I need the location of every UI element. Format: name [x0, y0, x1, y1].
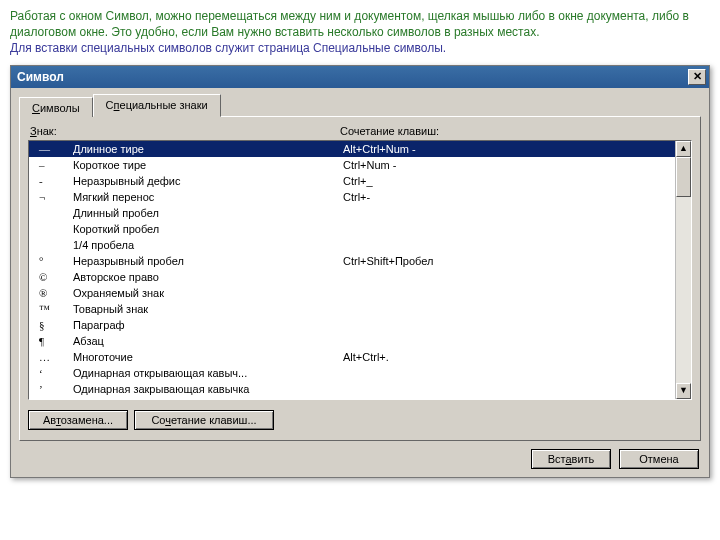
list-row[interactable]: …МноготочиеAlt+Ctrl+.	[29, 349, 675, 365]
row-name: Неразрывный дефис	[73, 173, 343, 189]
row-shortcut: Alt+Ctrl+.	[343, 349, 675, 365]
row-glyph: §	[33, 317, 73, 333]
row-shortcut: Ctrl+-	[343, 189, 675, 205]
row-glyph: ‘	[33, 365, 73, 381]
scroll-track[interactable]	[676, 157, 691, 383]
list-row[interactable]: ®Охраняемый знак	[29, 285, 675, 301]
row-name: Короткий пробел	[73, 221, 343, 237]
tab-symbols[interactable]: Символы	[19, 97, 93, 117]
symbol-dialog: Символ ✕ Символы Специальные знаки Знак:…	[10, 65, 710, 478]
close-button[interactable]: ✕	[688, 69, 706, 85]
header-shortcut: Сочетание клавиш:	[340, 125, 439, 137]
list-row[interactable]: “Двойная открывающая кавычка	[29, 397, 675, 399]
vertical-scrollbar[interactable]: ▲ ▼	[675, 141, 691, 399]
row-name: 1/4 пробела	[73, 237, 343, 253]
row-glyph: ¬	[33, 189, 73, 205]
row-shortcut: Alt+Ctrl+Num -	[343, 141, 675, 157]
row-shortcut	[343, 301, 675, 317]
row-shortcut	[343, 397, 675, 399]
row-name: Длинный пробел	[73, 205, 343, 221]
row-shortcut: Ctrl+_	[343, 173, 675, 189]
intro-line2: Для вставки специальных символов служит …	[10, 41, 446, 55]
list-row[interactable]: ‘Одинарная открывающая кавыч...	[29, 365, 675, 381]
row-glyph: ©	[33, 269, 73, 285]
header-char: Знак:	[30, 125, 340, 137]
row-name: Короткое тире	[73, 157, 343, 173]
intro-text: Работая с окном Символ, можно перемещать…	[0, 0, 720, 61]
row-glyph: ®	[33, 285, 73, 301]
list-row[interactable]: Короткий пробел	[29, 221, 675, 237]
tab-special[interactable]: Специальные знаки	[93, 94, 221, 117]
row-shortcut	[343, 365, 675, 381]
row-shortcut	[343, 317, 675, 333]
row-shortcut	[343, 381, 675, 397]
row-shortcut: Ctrl+Num -	[343, 157, 675, 173]
row-glyph: “	[33, 397, 73, 399]
list-row[interactable]: –Короткое тиреCtrl+Num -	[29, 157, 675, 173]
list-row[interactable]: §Параграф	[29, 317, 675, 333]
row-name: Параграф	[73, 317, 343, 333]
list-row[interactable]: Длинный пробел	[29, 205, 675, 221]
insert-button[interactable]: Вставить	[531, 449, 611, 469]
autocorrect-button[interactable]: Автозамена...	[28, 410, 128, 430]
cancel-button[interactable]: Отмена	[619, 449, 699, 469]
row-name: Абзац	[73, 333, 343, 349]
row-glyph	[33, 205, 73, 221]
list-row[interactable]: 1/4 пробела	[29, 237, 675, 253]
list-row[interactable]: ¬Мягкий переносCtrl+-	[29, 189, 675, 205]
list-row[interactable]: -Неразрывный дефисCtrl+_	[29, 173, 675, 189]
row-glyph: ™	[33, 301, 73, 317]
row-name: Многоточие	[73, 349, 343, 365]
row-glyph: —	[33, 141, 73, 157]
row-glyph	[33, 237, 73, 253]
row-shortcut	[343, 221, 675, 237]
row-name: Двойная открывающая кавычка	[73, 397, 343, 399]
row-shortcut	[343, 237, 675, 253]
list-row[interactable]: ™Товарный знак	[29, 301, 675, 317]
shortcut-button[interactable]: Сочетание клавиш...	[134, 410, 274, 430]
row-shortcut	[343, 285, 675, 301]
row-name: Одинарная открывающая кавыч...	[73, 365, 343, 381]
titlebar[interactable]: Символ ✕	[11, 66, 709, 88]
intro-line1: Работая с окном Символ, можно перемещать…	[10, 9, 689, 39]
tab-body: Знак: Сочетание клавиш: —Длинное тиреAlt…	[19, 116, 701, 441]
row-shortcut	[343, 333, 675, 349]
dialog-title: Символ	[17, 70, 688, 84]
row-glyph: –	[33, 157, 73, 173]
list-row[interactable]: ’Одинарная закрывающая кавычка	[29, 381, 675, 397]
row-glyph: -	[33, 173, 73, 189]
tab-symbols-label: имволы	[40, 102, 80, 114]
list-row[interactable]: ¶Абзац	[29, 333, 675, 349]
row-shortcut	[343, 205, 675, 221]
scroll-thumb[interactable]	[676, 157, 691, 197]
row-glyph: ¶	[33, 333, 73, 349]
row-glyph: ’	[33, 381, 73, 397]
row-name: Авторское право	[73, 269, 343, 285]
row-name: Товарный знак	[73, 301, 343, 317]
row-shortcut	[343, 269, 675, 285]
row-name: Охраняемый знак	[73, 285, 343, 301]
row-shortcut: Ctrl+Shift+Пробел	[343, 253, 675, 269]
list-row[interactable]: —Длинное тиреAlt+Ctrl+Num -	[29, 141, 675, 157]
list-row[interactable]: °Неразрывный пробелCtrl+Shift+Пробел	[29, 253, 675, 269]
row-name: Неразрывный пробел	[73, 253, 343, 269]
row-name: Одинарная закрывающая кавычка	[73, 381, 343, 397]
row-glyph	[33, 221, 73, 237]
row-glyph: …	[33, 349, 73, 365]
row-glyph: °	[33, 253, 73, 269]
scroll-up-button[interactable]: ▲	[676, 141, 691, 157]
list-row[interactable]: ©Авторское право	[29, 269, 675, 285]
row-name: Длинное тире	[73, 141, 343, 157]
special-char-list[interactable]: —Длинное тиреAlt+Ctrl+Num -–Короткое тир…	[28, 140, 692, 400]
scroll-down-button[interactable]: ▼	[676, 383, 691, 399]
tab-strip: Символы Специальные знаки	[19, 94, 701, 117]
row-name: Мягкий перенос	[73, 189, 343, 205]
